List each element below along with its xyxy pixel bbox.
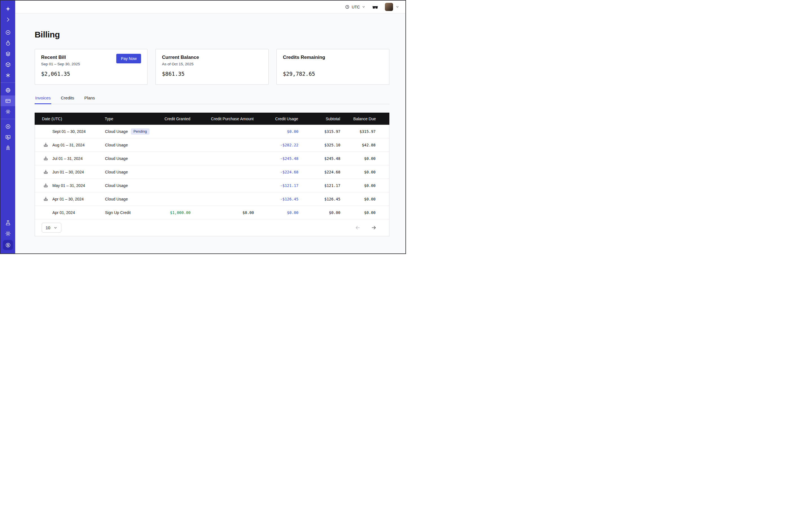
sidebar (1, 1, 15, 253)
column-header: Type (105, 117, 151, 121)
credits-remaining-amount: $29,782.65 (283, 71, 383, 77)
sidebar-item-asterisk[interactable] (1, 70, 15, 81)
table-row: Apr 01 – 30, 2024 Cloud Usage -$126.45 $… (35, 192, 389, 206)
download-invoice-button[interactable] (42, 156, 49, 161)
download-invoice-button[interactable] (42, 183, 49, 188)
app-logo[interactable] (1, 3, 15, 14)
column-header: Credit Purchase Amount (190, 117, 254, 121)
tab-credits[interactable]: Credits (60, 95, 75, 104)
subtotal: $245.48 (298, 156, 340, 161)
rocket-icon (5, 145, 11, 151)
billing-tabs: Invoices Credits Plans (35, 95, 389, 104)
invoice-type: Cloud Usage (105, 183, 128, 188)
arrow-right-icon (371, 225, 377, 230)
invoice-date: Aug 01 – 31, 2024 (52, 143, 84, 147)
table-row: May 01 – 31, 2024 Cloud Usage -$121.17 $… (35, 179, 389, 192)
monitor-icon (5, 134, 11, 140)
arrow-left-icon (355, 225, 361, 230)
sidebar-item-rocket[interactable] (1, 142, 15, 153)
reader-mode-button[interactable] (372, 3, 379, 10)
sidebar-item-monitor[interactable] (1, 132, 15, 142)
table-footer: 10 (35, 219, 389, 236)
download-invoice-button[interactable] (42, 169, 49, 175)
invoice-type: Cloud Usage (105, 143, 128, 147)
topbar: UTC (15, 1, 405, 13)
chevron-down-icon (53, 226, 57, 230)
sidebar-item-cube[interactable] (1, 59, 15, 70)
sidebar-expand-button[interactable] (1, 14, 15, 25)
sidebar-item-layers[interactable] (1, 48, 15, 59)
column-header: Subtotal (298, 117, 340, 121)
timezone-selector[interactable]: UTC (345, 4, 366, 9)
account-menu[interactable] (385, 3, 399, 11)
invoice-date: May 01 – 31, 2024 (52, 183, 85, 188)
app-window: UTC Billing Recent Bill Sep 01 – Sep (0, 0, 406, 254)
gear-icon (5, 109, 11, 115)
status-badge: Pending (131, 128, 149, 135)
invoice-type: Cloud Usage (105, 156, 128, 161)
next-page-button[interactable] (371, 225, 377, 230)
sidebar-item-radar[interactable] (1, 27, 15, 38)
subtotal: $121.17 (298, 183, 340, 188)
invoice-type: Cloud Usage (105, 170, 128, 174)
current-balance-card: Current Balance As of Oct 15, 2025 $861.… (156, 49, 268, 85)
column-header: Credit Usage (254, 117, 298, 121)
previous-page-button[interactable] (355, 225, 361, 230)
circle-x-icon (5, 124, 11, 130)
download-icon (43, 183, 48, 188)
sidebar-item-theme[interactable] (1, 228, 15, 239)
invoice-date: Apr 01, 2024 (52, 210, 75, 215)
balance-due: $0.00 (340, 183, 389, 188)
sidebar-item-billing[interactable] (1, 95, 15, 106)
table-row: Sept 01 – 30, 2024 Cloud UsagePending $0… (35, 125, 389, 138)
credit-purchase-amount: $0.00 (190, 210, 254, 215)
card-title: Recent Bill (41, 55, 80, 60)
table-row: Jul 01 – 31, 2024 Cloud Usage -$245.48 $… (35, 152, 389, 165)
chevron-right-icon (5, 16, 11, 23)
subtotal: $224.68 (298, 170, 340, 174)
download-slot (42, 210, 49, 215)
sidebar-item-settings[interactable] (1, 106, 15, 117)
layers-icon (5, 51, 11, 57)
subtotal: $0.00 (298, 210, 340, 215)
globe-icon (5, 87, 11, 93)
credit-usage: -$245.48 (254, 156, 298, 161)
invoice-type: Cloud Usage (105, 197, 128, 201)
flask-icon (5, 220, 11, 226)
download-icon (43, 196, 48, 202)
credit-usage: -$126.45 (254, 197, 298, 201)
card-subtitle: As of Oct 15, 2025 (162, 62, 199, 67)
download-slot (42, 129, 49, 134)
download-invoice-button[interactable] (42, 196, 49, 202)
column-header: Date (UTC) (35, 117, 105, 121)
table-row: Apr 01, 2024 Sign Up Credit $1,000.00 $0… (35, 206, 389, 219)
recent-bill-card: Recent Bill Sep 01 – Sep 30, 2025 Pay No… (35, 49, 147, 85)
sidebar-item-credits[interactable] (3, 240, 13, 250)
tab-invoices[interactable]: Invoices (35, 95, 51, 104)
asterisk-icon (5, 72, 11, 78)
download-invoice-button[interactable] (42, 142, 49, 148)
page-size-select[interactable]: 10 (42, 223, 61, 232)
invoice-date: Jul 01 – 31, 2024 (52, 156, 83, 161)
billing-page: Billing Recent Bill Sep 01 – Sep 30, 202… (15, 13, 405, 253)
credit-usage: -$121.17 (254, 183, 298, 188)
sidebar-item-globe[interactable] (1, 85, 15, 95)
invoice-date: Jun 01 – 30, 2024 (52, 170, 84, 174)
chevron-down-icon (395, 5, 399, 9)
pay-now-button[interactable]: Pay Now (116, 54, 141, 64)
glasses-icon (372, 3, 379, 10)
credit-usage: $0.00 (254, 129, 298, 134)
sparkle-logo-icon (5, 6, 11, 12)
tab-plans[interactable]: Plans (84, 95, 96, 104)
table-row: Aug 01 – 31, 2024 Cloud Usage -$282.22 $… (35, 138, 389, 152)
sidebar-item-timer[interactable] (1, 38, 15, 48)
avatar (385, 3, 393, 11)
sidebar-item-support[interactable] (1, 121, 15, 132)
card-subtitle: Sep 01 – Sep 30, 2025 (41, 62, 80, 67)
table-header: Date (UTC) Type Credit Granted Credit Pu… (35, 113, 389, 125)
invoice-date: Sept 01 – 30, 2024 (52, 129, 86, 134)
main-column: UTC Billing Recent Bill Sep 01 – Sep (15, 1, 405, 253)
sidebar-item-lab[interactable] (1, 217, 15, 228)
page-title: Billing (35, 30, 389, 39)
balance-due: $0.00 (340, 210, 389, 215)
